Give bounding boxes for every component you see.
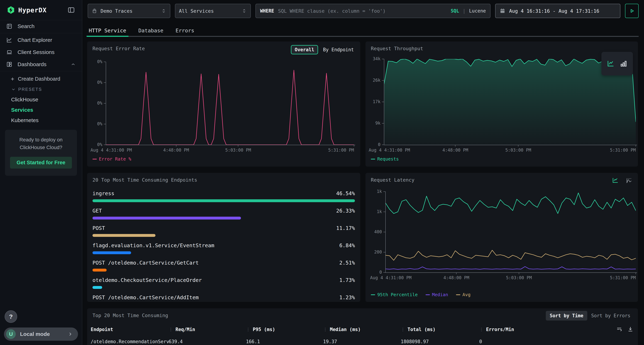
sidebar-item-dashboards[interactable]: Dashboards [0, 58, 82, 70]
sidebar-item-services[interactable]: Services [0, 105, 82, 115]
plus-icon [10, 76, 15, 81]
help-button[interactable]: ? [5, 310, 17, 323]
line-chart-icon[interactable] [612, 177, 619, 184]
legend-dash [456, 295, 460, 295]
x-axis-label: 5:03:00 PM [225, 148, 251, 153]
table-header-cell[interactable]: Endpoint [91, 327, 169, 332]
endpoint-bar [92, 286, 102, 289]
y-tick-mark [383, 212, 386, 212]
user-menu[interactable]: U Local mode [4, 328, 78, 341]
sql-mode-toggle[interactable]: SQL [450, 8, 459, 13]
table-header-cell[interactable]: ⋮Req/Min [169, 327, 246, 332]
panel-title: Top 20 Most Time Consuming [92, 313, 168, 318]
x-axis-label: 5:03:00 PM [505, 148, 531, 153]
bar-chart-icon[interactable] [620, 59, 628, 68]
column-resize-handle[interactable]: ⋮ [479, 327, 484, 332]
sidebar-item-kubernetes[interactable]: Kubernetes [0, 115, 82, 125]
download-icon[interactable] [627, 326, 634, 332]
x-axis-line [385, 272, 637, 273]
column-resize-handle[interactable]: ⋮ [169, 327, 173, 332]
source-select-value: Demo Traces [100, 8, 158, 14]
column-resize-handle[interactable]: ⋮ [246, 327, 250, 332]
y-tick-mark [382, 145, 384, 145]
legend-item[interactable]: Median [426, 292, 448, 297]
y-axis-label: 17k [373, 99, 380, 104]
histogram-icon[interactable] [626, 177, 632, 184]
tab-database[interactable]: Database [138, 24, 164, 37]
sidebar-item-clickhouse[interactable]: ClickHouse [0, 94, 82, 105]
throughput-chart[interactable] [384, 59, 636, 145]
y-tick-mark [104, 145, 106, 145]
by-endpoint-toggle[interactable]: By Endpoint [322, 47, 355, 52]
y-tick-mark [382, 80, 384, 81]
legend-item[interactable]: Avg [456, 292, 470, 297]
tab-errors[interactable]: Errors [174, 24, 195, 37]
table-cell: 639.4 [169, 339, 246, 344]
endpoint-row[interactable]: oteldemo.CheckoutService/PlaceOrder1.73% [92, 275, 355, 292]
sidebar-item-search[interactable]: Search [0, 20, 82, 32]
sidebar-collapse-icon[interactable] [67, 6, 75, 14]
lucene-mode-toggle[interactable]: Lucene [469, 8, 486, 13]
table-header-cell[interactable]: ⋮P95 (ms) [246, 327, 323, 332]
chevron-up-icon[interactable] [70, 62, 76, 67]
line-chart-icon[interactable] [606, 59, 615, 68]
endpoint-percent: 1.73% [339, 277, 355, 283]
endpoint-row-head: flagd.evaluation.v1.Service/EventStream6… [92, 240, 355, 249]
table-cell: 166.1 [246, 339, 323, 344]
promo-text-line2: ClickHouse Cloud? [10, 144, 72, 151]
latency-plot-svg [386, 192, 636, 272]
endpoint-row-head: POST11.17% [92, 223, 355, 231]
table-cell: 0 [479, 339, 611, 344]
endpoint-row[interactable]: POST /oteldemo.CartService/GetCart2.51% [92, 257, 355, 275]
table-cell: /oteldemo.RecommendationServ [91, 339, 169, 344]
legend-label: Error Rate % [99, 156, 131, 162]
overall-toggle[interactable]: Overall [291, 45, 318, 54]
sidebar-item-client-sessions[interactable]: Client Sessions [0, 46, 82, 58]
create-dashboard-button[interactable]: Create Dashboard [0, 74, 82, 84]
table-header-cell[interactable]: ⋮Total (ms) [401, 327, 479, 332]
endpoint-row[interactable]: flagd.evaluation.v1.Service/EventStream6… [92, 240, 355, 257]
presets-toggle[interactable]: PRESETS [0, 84, 82, 94]
clickhouse-cloud-promo: Ready to deploy on ClickHouse Cloud? Get… [5, 130, 77, 176]
y-tick-mark [382, 123, 384, 123]
endpoint-row[interactable]: POST11.17% [92, 223, 355, 240]
legend-item[interactable]: Requests [371, 156, 399, 162]
endpoint-row[interactable]: POST /oteldemo.CartService/AddItem1.23% [92, 292, 355, 302]
endpoint-row-head: oteldemo.CheckoutService/PlaceOrder1.73% [92, 275, 355, 283]
sort-by-errors-button[interactable]: Sort by Errors [587, 311, 634, 321]
error-rate-panel: Request Error Rate Overall By Endpoint E… [87, 41, 360, 167]
source-select[interactable]: Demo Traces [88, 4, 170, 18]
tabs-track [88, 36, 639, 37]
y-axis-label: 1k [377, 189, 382, 194]
sort-by-time-button[interactable]: Sort by Time [546, 311, 587, 321]
where-input[interactable] [278, 8, 447, 14]
sidebar-item-chart-explorer[interactable]: Chart Explorer [0, 34, 82, 46]
service-select[interactable]: All Services [175, 4, 251, 18]
table-header-cell[interactable]: ⋮Errors/Min [479, 327, 611, 332]
column-resize-handle[interactable]: ⋮ [401, 327, 405, 332]
endpoint-row[interactable]: GET26.33% [92, 205, 355, 223]
time-range-picker[interactable]: Aug 4 16:31:16 - Aug 4 17:31:16 [495, 4, 620, 18]
x-axis-label: Aug 4 4:31:00 PM [370, 275, 412, 280]
error-rate-chart[interactable] [106, 62, 354, 145]
hyperdx-logo-icon [7, 6, 15, 14]
service-select-value: All Services [179, 8, 238, 14]
latency-chart[interactable] [386, 192, 636, 272]
legend-item[interactable]: Error Rate % [92, 156, 131, 162]
column-resize-handle[interactable]: ⋮ [323, 327, 327, 332]
tab-http-service[interactable]: HTTP Service [88, 24, 127, 37]
row-settings-icon[interactable] [616, 326, 622, 332]
get-started-button[interactable]: Get Started for Free [10, 157, 72, 169]
legend-item[interactable]: 95th Percentile [371, 292, 418, 297]
endpoint-row[interactable]: ingress46.54% [92, 188, 355, 205]
run-query-button[interactable] [625, 4, 639, 18]
table-row[interactable]: /oteldemo.RecommendationServ639.4166.119… [91, 337, 611, 345]
error-rate-legend: Error Rate % [92, 156, 131, 162]
presets-label: PRESETS [18, 87, 42, 92]
where-clause-field[interactable]: WHERE SQL | Lucene [256, 4, 490, 18]
play-icon [628, 8, 635, 14]
table-header-cell[interactable]: ⋮Median (ms) [323, 327, 401, 332]
chart-line-icon [6, 37, 12, 43]
sort-toggle-group: Sort by Time Sort by Errors [546, 311, 634, 321]
endpoint-label: POST /oteldemo.CartService/AddItem [92, 295, 199, 301]
